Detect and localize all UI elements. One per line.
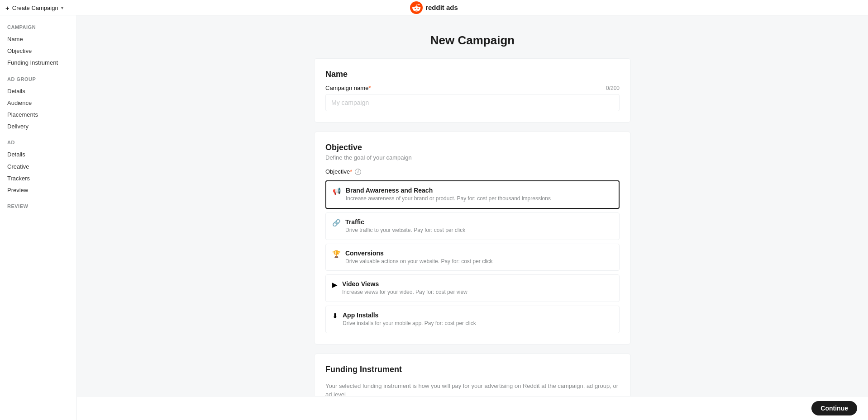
plus-icon: + bbox=[5, 4, 10, 12]
sidebar-section-ad: Ad bbox=[7, 140, 69, 145]
obj-icon-2: 🏆 bbox=[332, 250, 341, 258]
sidebar-item-delivery[interactable]: Delivery bbox=[7, 121, 69, 132]
obj-desc-0: Increase awareness of your brand or prod… bbox=[346, 195, 612, 203]
content-wrapper: New Campaign Name Campaign name* 0/200 O… bbox=[314, 33, 631, 420]
name-section-title: Name bbox=[325, 70, 620, 79]
create-campaign-button[interactable]: + Create Campaign ▾ bbox=[5, 4, 63, 12]
sidebar-section-campaign: Campaign bbox=[7, 24, 69, 30]
top-nav-left: + Create Campaign ▾ bbox=[0, 0, 63, 15]
obj-title-2: Conversions bbox=[345, 250, 613, 257]
objective-option-0[interactable]: 📢 Brand Awareness and Reach Increase awa… bbox=[325, 180, 620, 209]
objective-option-1[interactable]: 🔗 Traffic Drive traffic to your website.… bbox=[325, 212, 620, 240]
top-nav: + Create Campaign ▾ reddit ads bbox=[0, 0, 868, 15]
obj-icon-3: ▶ bbox=[332, 281, 338, 289]
obj-desc-1: Drive traffic to your website. Pay for: … bbox=[345, 227, 613, 234]
obj-title-1: Traffic bbox=[345, 218, 613, 226]
obj-content-1: Traffic Drive traffic to your website. P… bbox=[345, 218, 613, 234]
name-card: Name Campaign name* 0/200 bbox=[314, 58, 631, 123]
chevron-down-icon: ▾ bbox=[61, 5, 63, 10]
objective-section-title: Objective bbox=[325, 143, 620, 152]
funding-title: Funding Instrument bbox=[325, 365, 620, 374]
sidebar-item-placements[interactable]: Placements bbox=[7, 109, 69, 121]
reddit-snoo-icon bbox=[410, 1, 423, 14]
sidebar-item-adgroup-details[interactable]: Details bbox=[7, 85, 69, 97]
sidebar-section-adgroup: Ad Group bbox=[7, 76, 69, 82]
required-indicator: * bbox=[368, 85, 371, 91]
objective-card: Objective Define the goal of your campai… bbox=[314, 132, 631, 344]
sidebar-item-funding[interactable]: Funding Instrument bbox=[7, 57, 69, 69]
obj-content-2: Conversions Drive valuable actions on yo… bbox=[345, 250, 613, 265]
char-count: 0/200 bbox=[606, 85, 620, 91]
sidebar-item-name[interactable]: Name bbox=[7, 33, 69, 45]
obj-desc-4: Drive installs for your mobile app. Pay … bbox=[343, 320, 613, 327]
objective-field-label: Objective* bbox=[325, 168, 352, 175]
obj-desc-3: Increase views for your video. Pay for: … bbox=[342, 288, 613, 296]
obj-required: * bbox=[350, 168, 352, 175]
sidebar-item-trackers[interactable]: Trackers bbox=[7, 173, 69, 184]
sidebar-item-preview[interactable]: Preview bbox=[7, 184, 69, 196]
reddit-logo: reddit ads bbox=[410, 1, 458, 14]
campaign-name-input[interactable] bbox=[325, 94, 620, 111]
create-campaign-label: Create Campaign bbox=[12, 5, 58, 11]
objective-options: 📢 Brand Awareness and Reach Increase awa… bbox=[325, 180, 620, 333]
objective-option-4[interactable]: ⬇ App Installs Drive installs for your m… bbox=[325, 306, 620, 333]
sidebar-section-review: Review bbox=[7, 203, 69, 209]
sidebar-item-ad-details[interactable]: Details bbox=[7, 149, 69, 160]
objective-field-label-row: Objective* i bbox=[325, 168, 620, 175]
campaign-name-label: Campaign name* bbox=[325, 85, 371, 91]
sidebar: Campaign Name Objective Funding Instrume… bbox=[0, 15, 77, 420]
reddit-logo-text: reddit ads bbox=[425, 4, 458, 11]
bottom-bar: Continue bbox=[77, 396, 868, 420]
obj-icon-4: ⬇ bbox=[332, 312, 338, 320]
obj-content-3: Video Views Increase views for your vide… bbox=[342, 280, 613, 296]
obj-icon-1: 🔗 bbox=[332, 219, 341, 227]
obj-title-3: Video Views bbox=[342, 280, 613, 288]
objective-subtitle: Define the goal of your campaign bbox=[325, 154, 620, 161]
obj-icon-0: 📢 bbox=[333, 187, 341, 195]
obj-title-4: App Installs bbox=[343, 311, 613, 319]
continue-button[interactable]: Continue bbox=[811, 401, 857, 415]
main-content: New Campaign Name Campaign name* 0/200 O… bbox=[77, 15, 868, 420]
obj-desc-2: Drive valuable actions on your website. … bbox=[345, 258, 613, 265]
obj-content-4: App Installs Drive installs for your mob… bbox=[343, 311, 613, 327]
sidebar-item-audience[interactable]: Audience bbox=[7, 97, 69, 109]
campaign-name-label-row: Campaign name* 0/200 bbox=[325, 85, 620, 91]
sidebar-item-creative[interactable]: Creative bbox=[7, 161, 69, 173]
sidebar-item-objective[interactable]: Objective bbox=[7, 45, 69, 57]
objective-info-icon[interactable]: i bbox=[355, 169, 361, 175]
objective-option-3[interactable]: ▶ Video Views Increase views for your vi… bbox=[325, 274, 620, 302]
obj-content-0: Brand Awareness and Reach Increase aware… bbox=[346, 187, 612, 203]
page-title: New Campaign bbox=[314, 33, 631, 47]
obj-title-0: Brand Awareness and Reach bbox=[346, 187, 612, 194]
objective-option-2[interactable]: 🏆 Conversions Drive valuable actions on … bbox=[325, 244, 620, 271]
